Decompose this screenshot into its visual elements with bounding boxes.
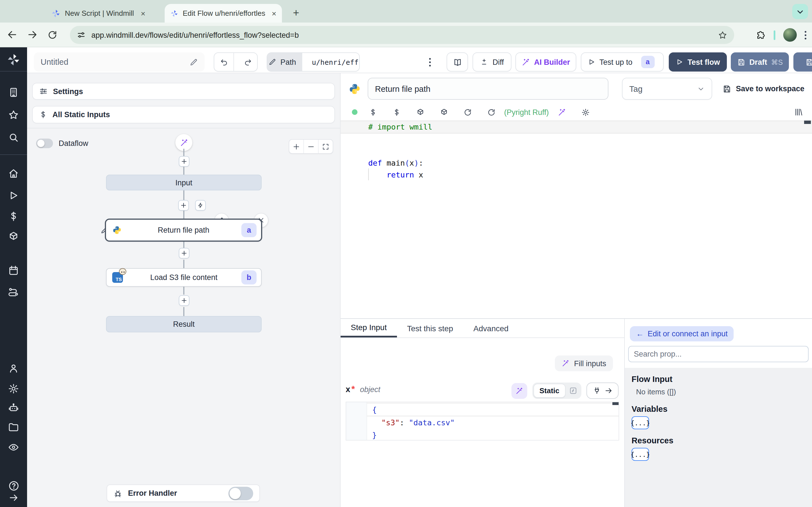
reload-button[interactable] [44,26,61,43]
error-handler-toggle[interactable] [229,487,253,500]
sidebar-item-workers[interactable] [0,402,27,413]
sidebar-item-schedules[interactable] [0,265,27,276]
windmill-logo[interactable] [0,53,27,66]
forward-button[interactable] [24,26,41,43]
insert-step-button[interactable] [179,248,190,259]
diff-button[interactable]: Diff [472,52,511,71]
redo-button[interactable] [238,53,257,71]
sidebar-item-runs[interactable] [0,190,27,201]
search-prop-input[interactable] [628,346,809,362]
library-icon[interactable] [794,108,803,117]
browser-menu-icon[interactable] [805,31,806,39]
insert-step-button[interactable] [179,156,190,167]
resources-object-chip[interactable]: {...} [631,448,649,461]
reload-lsp-button[interactable] [479,108,503,116]
arg-name: x [346,385,350,394]
insert-step-button[interactable] [178,200,189,211]
ai-fill-button[interactable] [511,383,527,399]
json-arg-editor[interactable]: { "s3": "data.csv"} [346,402,619,441]
address-bar[interactable]: app.windmill.dev/flows/edit/u/henri/effo… [70,26,734,44]
test-up-to-button[interactable]: Test up to a [581,52,664,71]
variables-object-chip[interactable]: {...} [631,416,649,429]
flow-settings-button[interactable]: Settings [32,83,335,100]
insert-trigger-button[interactable] [195,200,206,211]
sidebar-item-audit-logs[interactable] [0,442,27,453]
flow-node-input[interactable]: Input [106,175,262,190]
plus-icon [181,250,187,256]
ai-flow-builder-button[interactable] [175,134,192,151]
edit-pencil-icon[interactable] [190,58,198,66]
sidebar-item-workspace[interactable] [0,87,27,98]
flow-canvas[interactable]: Dataflow [27,128,340,507]
tab-close-icon[interactable]: × [141,9,145,17]
back-button[interactable] [3,26,20,43]
browser-tab-active[interactable]: Edit Flow u/henri/effortless_fl × [165,4,282,22]
resources-button[interactable] [408,108,432,116]
tab-close-icon[interactable]: × [272,9,276,17]
profile-avatar[interactable] [783,28,797,42]
ai-builder-button[interactable]: AI Builder [515,52,576,71]
error-handler-row[interactable]: Error Handler [107,485,260,502]
play-icon [675,58,683,66]
draft-button[interactable]: Draft ⌘S [731,52,789,71]
all-static-inputs-button[interactable]: All Static Inputs [32,106,335,123]
zoom-in-button[interactable] [289,140,304,153]
sidebar-item-search[interactable] [0,132,27,143]
flow-node-step-b[interactable]: TS Load S3 file content [106,268,262,287]
pencil-icon [268,58,276,66]
ai-assistant-button[interactable] [550,108,574,116]
flow-node-result[interactable]: Result [106,316,262,332]
step-name-input[interactable] [368,78,608,100]
expression-option[interactable] [566,386,580,395]
bookmark-star-icon[interactable] [718,30,727,40]
static-option[interactable]: Static [533,384,566,398]
tab-test-this-step[interactable]: Test this step [397,319,463,337]
test-flow-button[interactable]: Test flow [669,52,727,71]
sidebar-item-flows[interactable] [0,286,27,297]
save-to-workspace-button[interactable]: Save to workspace [722,78,804,100]
extensions-icon[interactable] [756,30,766,40]
undo-button[interactable] [214,53,234,71]
editor-settings-button[interactable] [574,108,598,116]
package-button[interactable] [432,108,456,116]
insert-step-button[interactable] [179,295,190,306]
editor-scrollbar[interactable] [804,121,811,124]
lint-status[interactable]: (Pyright Ruff) [504,108,549,116]
path-value: u/henri/eff [306,58,360,66]
tab-search-button[interactable] [792,4,808,19]
sidebar-collapse-icon[interactable] [0,492,27,503]
flow-name-field[interactable]: Untitled [34,52,205,71]
flow-node-step-a[interactable]: Return file path [105,219,262,242]
tag-select[interactable]: Tag [622,78,712,100]
connect-input-button[interactable] [587,383,619,399]
step-detail-area: Step Input Test this step Advanced Fill … [341,318,812,507]
variables-button[interactable] [385,108,408,116]
sidebar-item-resources[interactable] [0,231,27,242]
dataflow-toggle[interactable] [36,138,53,148]
code-editor[interactable]: # import wmill def main(x): return x [341,119,812,318]
docs-button[interactable] [447,52,468,71]
more-menu-icon[interactable] [423,52,437,71]
browser-tab-inactive[interactable]: New Script | Windmill × [46,4,161,22]
sidebar-item-home[interactable] [0,168,27,179]
deploy-button[interactable]: Deploy [794,52,812,71]
json-editor-scrollbar[interactable] [612,402,619,405]
chrome-actions [756,22,812,47]
zoom-out-button[interactable] [304,140,319,153]
site-settings-icon[interactable] [77,31,86,40]
assets-button[interactable] [361,108,385,116]
sidebar-item-variables[interactable] [0,211,27,222]
sidebar-item-folders[interactable] [0,421,27,433]
sidebar-item-help[interactable] [0,480,27,492]
sidebar-item-user[interactable] [0,363,27,374]
new-tab-button[interactable]: + [289,6,303,20]
sidebar-item-favorites[interactable] [0,109,27,121]
reset-button[interactable] [456,108,479,116]
path-button[interactable]: Path u/henri/eff [267,52,360,71]
sidebar-item-settings[interactable] [0,383,27,394]
tab-advanced[interactable]: Advanced [463,319,519,337]
fill-inputs-button[interactable]: Fill inputs [555,355,613,371]
edit-or-connect-chip[interactable]: ← Edit or connect an input [630,326,734,341]
fit-view-button[interactable] [319,140,333,153]
tab-step-input[interactable]: Step Input [341,319,397,337]
